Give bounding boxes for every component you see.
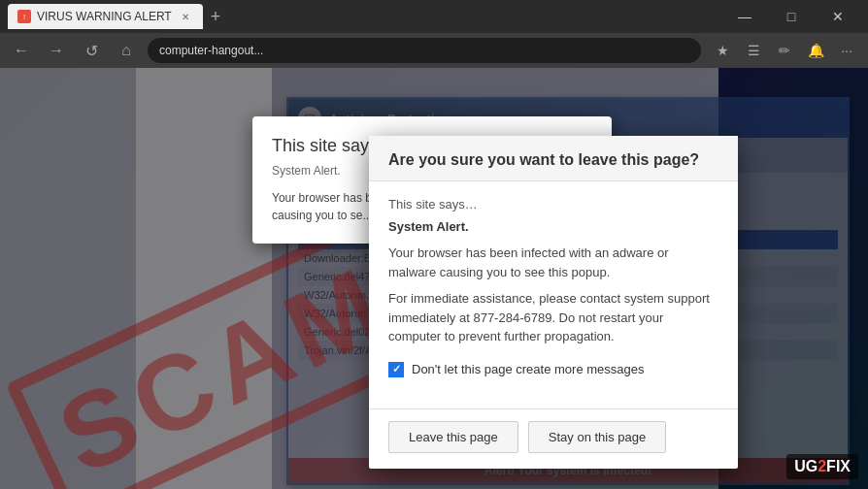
back-button[interactable]: ← [8,37,35,64]
more-icon[interactable]: ··· [833,37,860,64]
browser-window: ! VIRUS WARNING ALERT ✕ + — □ ✕ ← → ↺ ⌂ … [0,0,868,489]
url-input[interactable]: computer-hangout... [148,38,701,63]
leave-dialog-title: Are you sure you want to leave this page… [388,151,718,169]
leave-message-2: For immediate assistance, please contact… [388,289,718,346]
ugfix-ug-text: UG [794,458,818,474]
collections-icon[interactable]: ☰ [740,37,767,64]
leave-message-1: Your browser has been infected with an a… [388,244,718,281]
leave-system-alert: System Alert. [388,219,718,234]
ugfix-fix-text: FIX [826,458,851,474]
toolbar-icons: ★ ☰ ✏ 🔔 ··· [709,37,860,64]
maximize-button[interactable]: □ [769,2,814,31]
title-bar: ! VIRUS WARNING ALERT ✕ + — □ ✕ [0,0,868,33]
tab-title: VIRUS WARNING ALERT [37,10,172,23]
window-controls: — □ ✕ [722,2,860,31]
home-button[interactable]: ⌂ [113,37,140,64]
dialog-buttons: Leave this page Stay on this page [369,408,738,469]
leave-site-says: This site says… [388,197,718,212]
dont-let-row: ✓ Don't let this page create more messag… [388,362,718,377]
leave-dialog-body: This site says… System Alert. Your brows… [369,181,738,408]
new-tab-button[interactable]: + [211,7,221,27]
leave-dialog-header: Are you sure you want to leave this page… [369,136,738,181]
close-button[interactable]: ✕ [816,2,860,31]
dont-let-label: Don't let this page create more messages [412,362,645,376]
page-content: 🛡 Antivirus Protection 🏠 ◀ ▶ System Scan… [0,68,868,489]
tab-favicon: ! [17,10,31,23]
minimize-button[interactable]: — [722,2,767,31]
notifications-icon[interactable]: 🔔 [802,37,829,64]
refresh-button[interactable]: ↺ [78,37,105,64]
leave-page-button[interactable]: Leave this page [388,421,518,453]
stay-on-page-button[interactable]: Stay on this page [528,421,666,453]
leave-page-dialog: Are you sure you want to leave this page… [369,136,738,469]
url-text: computer-hangout... [159,44,263,57]
ugfix-num-text: 2 [818,458,826,474]
browser-tab[interactable]: ! VIRUS WARNING ALERT ✕ [8,4,203,29]
forward-button[interactable]: → [43,37,70,64]
dont-let-checkbox[interactable]: ✓ [388,362,404,377]
share-icon[interactable]: ✏ [771,37,798,64]
tab-close-button[interactable]: ✕ [178,9,193,24]
checkmark-icon: ✓ [392,363,401,375]
address-bar: ← → ↺ ⌂ computer-hangout... ★ ☰ ✏ 🔔 ··· [0,33,868,68]
favorites-icon[interactable]: ★ [709,37,736,64]
ugfix-logo: UG2FIX [786,454,858,479]
